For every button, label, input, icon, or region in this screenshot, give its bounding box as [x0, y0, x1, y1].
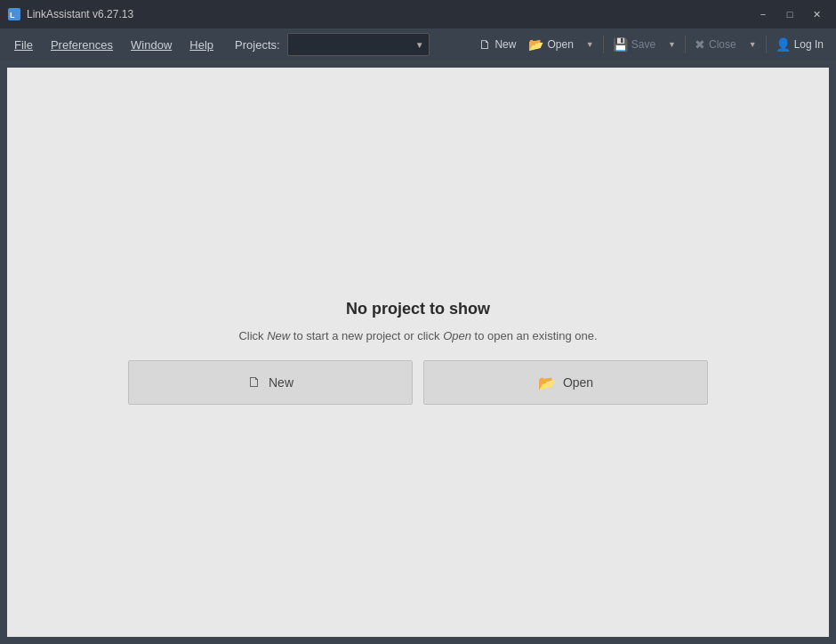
toolbar-divider-2 — [685, 36, 686, 53]
new-button[interactable]: 🗋 New — [473, 34, 521, 55]
menu-bar: File Preferences Window Help Projects: ▼… — [0, 28, 836, 60]
projects-label: Projects: — [235, 38, 280, 52]
title-bar-left: L LinkAssistant v6.27.13 — [7, 7, 133, 21]
toolbar-buttons: 🗋 New 📂 Open ▼ 💾 Save ▼ ✖ Close ▼ — [473, 34, 829, 55]
new-icon: 🗋 — [478, 37, 491, 52]
open-dropdown-button[interactable]: ▼ — [581, 36, 599, 52]
menu-help[interactable]: Help — [182, 35, 221, 55]
app-title: LinkAssistant v6.27.13 — [27, 8, 133, 20]
open-label: Open — [547, 38, 573, 51]
save-icon: 💾 — [613, 37, 628, 52]
open-icon: 📂 — [528, 37, 543, 52]
empty-new-label: New — [269, 375, 293, 390]
toolbar-divider-3 — [766, 36, 767, 53]
close-dropdown-arrow-icon: ▼ — [749, 40, 757, 49]
save-dropdown-button[interactable]: ▼ — [663, 36, 681, 52]
login-label: Log In — [794, 38, 824, 51]
subtitle-text-1: Click — [238, 329, 267, 342]
close-project-button[interactable]: ✖ Close — [689, 34, 742, 55]
close-dropdown-button[interactable]: ▼ — [744, 36, 762, 52]
empty-state-subtitle: Click New to start a new project or clic… — [238, 329, 597, 342]
subtitle-open-italic: Open — [443, 329, 471, 342]
app-icon: L — [7, 7, 21, 21]
toolbar-divider-1 — [603, 36, 604, 53]
empty-open-button[interactable]: 📂 Open — [423, 360, 708, 405]
close-label: Close — [709, 38, 736, 51]
open-dropdown-arrow-icon: ▼ — [586, 40, 594, 49]
empty-state-title: No project to show — [346, 300, 490, 318]
menu-help-label: Help — [189, 38, 213, 52]
subtitle-text-2: to start a new project or click — [290, 329, 443, 342]
login-icon: 👤 — [776, 37, 791, 52]
main-content: No project to show Click New to start a … — [7, 68, 829, 637]
empty-state: No project to show Click New to start a … — [128, 300, 708, 405]
menu-window-label: Window — [131, 38, 172, 52]
menu-preferences-label: Preferences — [51, 38, 113, 52]
save-dropdown-arrow-icon: ▼ — [668, 40, 676, 49]
title-bar: L LinkAssistant v6.27.13 − □ ✕ — [0, 0, 836, 28]
open-button[interactable]: 📂 Open — [523, 34, 578, 55]
empty-open-icon: 📂 — [538, 374, 556, 391]
new-label: New — [494, 38, 516, 51]
close-button[interactable]: ✕ — [804, 5, 829, 23]
projects-dropdown-wrapper: ▼ — [284, 33, 430, 56]
svg-text:L: L — [10, 11, 15, 20]
empty-state-buttons: 🗋 New 📂 Open — [128, 360, 708, 405]
menu-preferences[interactable]: Preferences — [44, 35, 120, 55]
title-bar-controls: − □ ✕ — [751, 5, 829, 23]
subtitle-text-3: to open an existing one. — [471, 329, 598, 342]
maximize-button[interactable]: □ — [777, 5, 802, 23]
menu-window[interactable]: Window — [124, 35, 179, 55]
save-button[interactable]: 💾 Save — [607, 34, 661, 55]
save-label: Save — [631, 38, 655, 51]
empty-new-button[interactable]: 🗋 New — [128, 360, 413, 405]
projects-dropdown[interactable] — [287, 33, 430, 56]
empty-open-label: Open — [563, 375, 593, 390]
menu-file-label: File — [14, 38, 33, 52]
login-button[interactable]: 👤 Log In — [770, 34, 829, 55]
menu-file[interactable]: File — [7, 35, 40, 55]
subtitle-new-italic: New — [267, 329, 290, 342]
minimize-button[interactable]: − — [751, 5, 776, 23]
close-project-icon: ✖ — [695, 37, 705, 52]
empty-new-icon: 🗋 — [247, 374, 261, 390]
